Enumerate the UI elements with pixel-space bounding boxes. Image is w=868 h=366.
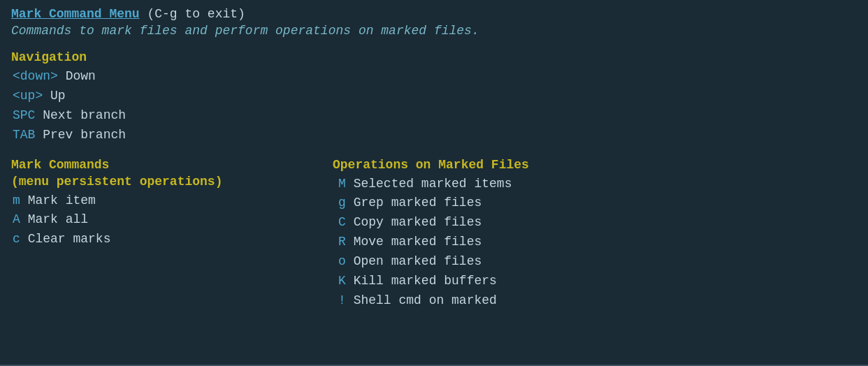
ops-label-excl: Shell cmd on marked xyxy=(354,293,497,307)
title-hint: (C-g to exit) xyxy=(140,7,245,21)
nav-label-spc: Next branch xyxy=(43,108,126,122)
nav-label-up: Up xyxy=(50,89,66,103)
mark-label-m: Mark item xyxy=(28,193,96,207)
operations-heading: Operations on Marked Files xyxy=(333,158,612,172)
ops-key-C: C xyxy=(338,215,346,229)
nav-key-tab: TAB xyxy=(13,128,35,142)
mark-commands-heading: Mark Commands xyxy=(11,158,333,172)
nav-label-tab: Prev branch xyxy=(43,128,126,142)
ops-key-R: R xyxy=(338,235,346,249)
nav-label-down: Down xyxy=(66,69,96,83)
ops-item-R: R Move marked files xyxy=(333,233,612,252)
nav-key-up: <up> xyxy=(13,89,43,103)
ops-key-excl: ! xyxy=(338,293,346,307)
mark-key-c: c xyxy=(13,232,20,246)
operations-col: Operations on Marked Files M Selected ma… xyxy=(333,155,612,311)
ops-label-K: Kill marked buffers xyxy=(354,274,497,288)
title-link[interactable]: Mark Command Menu xyxy=(11,7,140,21)
ops-item-M: M Selected marked items xyxy=(333,175,612,194)
nav-item-up: <up> Up xyxy=(11,87,857,106)
mark-label-a: Mark all xyxy=(28,212,88,226)
ops-item-C: C Copy marked files xyxy=(333,213,612,233)
ops-label-M: Selected marked items xyxy=(354,177,512,191)
mark-item-m: m Mark item xyxy=(11,191,333,211)
mark-commands-col: Mark Commands (menu persistent operation… xyxy=(11,155,333,311)
ops-key-g: g xyxy=(338,196,346,210)
subtitle: Commands to mark files and perform opera… xyxy=(11,24,857,38)
mark-key-m: m xyxy=(13,193,20,207)
ops-label-R: Move marked files xyxy=(354,235,482,249)
ops-label-o: Open marked files xyxy=(354,254,482,268)
two-col-section: Mark Commands (menu persistent operation… xyxy=(11,155,857,311)
mark-commands-subheading: (menu persistent operations) xyxy=(11,175,333,189)
mark-key-a: A xyxy=(13,212,20,226)
ops-label-g: Grep marked files xyxy=(354,196,482,210)
ops-item-g: g Grep marked files xyxy=(333,193,612,213)
mark-item-a: A Mark all xyxy=(11,210,333,230)
ops-item-o: o Open marked files xyxy=(333,252,612,272)
navigation-heading: Navigation xyxy=(11,50,857,64)
nav-item-tab: TAB Prev branch xyxy=(11,126,857,145)
main-container: Mark Command Menu (C-g to exit) Commands… xyxy=(0,0,868,366)
ops-key-o: o xyxy=(338,254,346,268)
ops-label-C: Copy marked files xyxy=(354,215,482,229)
nav-key-spc: SPC xyxy=(13,108,35,122)
ops-key-K: K xyxy=(338,274,346,288)
navigation-section: Navigation <down> Down <up> Up SPC Next … xyxy=(11,50,857,145)
nav-item-spc: SPC Next branch xyxy=(11,106,857,126)
ops-item-excl: ! Shell cmd on marked xyxy=(333,291,612,311)
mark-item-c: c Clear marks xyxy=(11,230,333,249)
mark-label-c: Clear marks xyxy=(28,232,111,246)
title-line: Mark Command Menu (C-g to exit) xyxy=(11,7,857,21)
nav-key-down: <down> xyxy=(13,69,58,83)
ops-item-K: K Kill marked buffers xyxy=(333,272,612,291)
ops-key-M: M xyxy=(338,177,346,191)
nav-item-down: <down> Down xyxy=(11,67,857,87)
